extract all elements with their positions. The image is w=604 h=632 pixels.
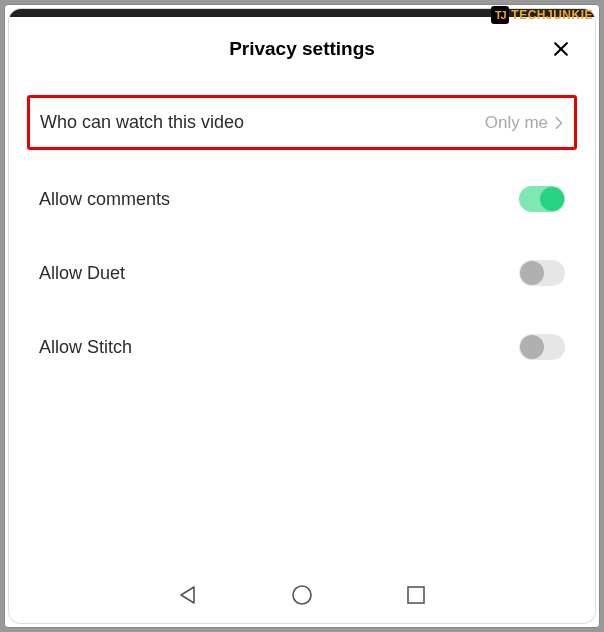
toggle-knob <box>520 335 544 359</box>
allow-stitch-label: Allow Stitch <box>39 337 132 358</box>
svg-rect-4 <box>408 587 424 603</box>
nav-home-button[interactable] <box>290 583 314 607</box>
who-can-watch-label: Who can watch this video <box>40 112 244 133</box>
square-recent-icon <box>404 583 428 607</box>
svg-point-3 <box>293 586 311 604</box>
who-can-watch-value: Only me <box>485 113 548 133</box>
settings-content: Who can watch this video Only me Allow c… <box>9 81 595 567</box>
toggle-knob <box>520 261 544 285</box>
allow-duet-row[interactable]: Allow Duet <box>27 242 577 316</box>
svg-marker-2 <box>181 587 194 603</box>
screenshot-frame: TJ TECHJUNKIE Privacy settings Who can w… <box>4 4 600 628</box>
nav-recent-button[interactable] <box>404 583 428 607</box>
highlight-annotation: Who can watch this video Only me <box>27 95 577 150</box>
who-can-watch-value-group: Only me <box>485 113 564 133</box>
android-nav-bar <box>9 567 595 623</box>
watermark-logo: TJ <box>491 6 509 24</box>
allow-duet-label: Allow Duet <box>39 263 125 284</box>
allow-comments-row[interactable]: Allow comments <box>27 168 577 242</box>
settings-list: Allow comments Allow Duet Allow Stitch <box>27 168 577 390</box>
allow-duet-toggle[interactable] <box>519 260 565 286</box>
allow-comments-toggle[interactable] <box>519 186 565 212</box>
toggle-knob <box>540 187 564 211</box>
chevron-right-icon <box>554 116 564 130</box>
modal-title: Privacy settings <box>229 38 375 60</box>
close-button[interactable] <box>549 37 573 61</box>
who-can-watch-row[interactable]: Who can watch this video Only me <box>30 98 574 147</box>
watermark: TJ TECHJUNKIE <box>491 6 593 24</box>
modal-header: Privacy settings <box>9 17 595 81</box>
allow-stitch-toggle[interactable] <box>519 334 565 360</box>
watermark-text: TECHJUNKIE <box>511 8 593 22</box>
allow-stitch-row[interactable]: Allow Stitch <box>27 316 577 390</box>
nav-back-button[interactable] <box>176 583 200 607</box>
allow-comments-label: Allow comments <box>39 189 170 210</box>
phone-screen: Privacy settings Who can watch this vide… <box>9 9 595 623</box>
close-icon <box>551 39 571 59</box>
triangle-back-icon <box>176 583 200 607</box>
circle-home-icon <box>290 583 314 607</box>
